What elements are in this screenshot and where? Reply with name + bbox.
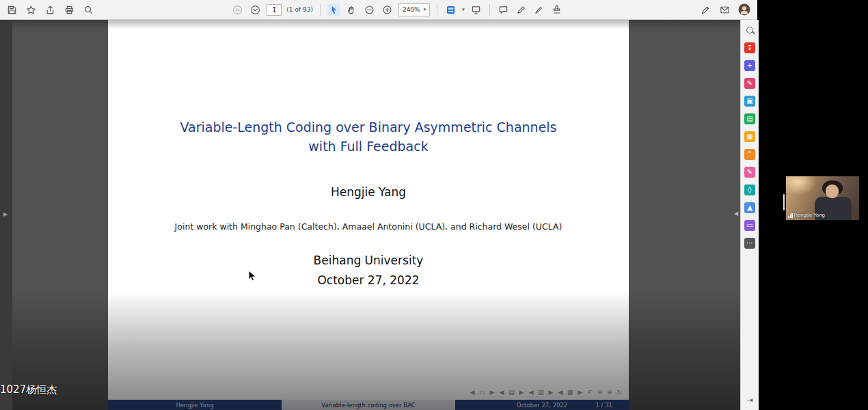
share-icon[interactable] bbox=[44, 3, 57, 16]
mouse-cursor bbox=[248, 270, 257, 285]
highlight-icon[interactable] bbox=[515, 3, 528, 16]
pdf-page: Variable-Length Coding over Binary Asymm… bbox=[108, 20, 629, 410]
organize-icon[interactable]: ▭ bbox=[744, 220, 755, 231]
left-nav-pane-collapsed: ▶ bbox=[0, 20, 12, 410]
star-icon[interactable] bbox=[25, 3, 38, 16]
comment-icon[interactable] bbox=[497, 3, 510, 16]
slide-footer: Hengjie Yang Variable-length coding over… bbox=[108, 400, 629, 410]
person-face bbox=[826, 184, 839, 198]
signal-bars-icon bbox=[788, 213, 793, 218]
toolbar-separator bbox=[489, 4, 490, 16]
edit-pdf-icon[interactable]: ✎ bbox=[744, 78, 755, 89]
toolbar-right-group bbox=[699, 3, 757, 16]
participant-name-overlay: 1027杨恒杰 bbox=[0, 383, 57, 396]
slide-joint-work: Joint work with Minghao Pan (Caltech), A… bbox=[108, 221, 629, 232]
chevron-down-icon: ▾ bbox=[424, 7, 426, 12]
export-excel-icon[interactable]: ▤ bbox=[744, 113, 755, 124]
toolbar-separator bbox=[320, 4, 321, 16]
pdf-toolbar: (1 of 93) 240% ▾ ▾ bbox=[0, 0, 757, 20]
footer-page-number: 1 / 31 bbox=[596, 402, 613, 409]
expand-panel-icon[interactable]: ⇥ bbox=[741, 396, 759, 405]
webcam-name-label: Hengjie Yang bbox=[788, 213, 825, 218]
comment-icon[interactable]: “ bbox=[744, 149, 755, 160]
video-panel-scrollbar[interactable] bbox=[783, 194, 785, 210]
slide-author: Hengjie Yang bbox=[108, 184, 629, 200]
page-count-label: (1 of 93) bbox=[286, 6, 313, 13]
combine-files-icon[interactable]: ▣ bbox=[744, 96, 755, 107]
organize-pages-icon[interactable]: ▦ bbox=[744, 131, 755, 142]
fill-sign-icon[interactable]: ✎ bbox=[744, 167, 755, 178]
hand-tool-icon[interactable] bbox=[345, 3, 358, 16]
zoom-in-icon[interactable] bbox=[381, 3, 394, 16]
toolbar-separator bbox=[437, 4, 437, 16]
webcam-name-text: Hengjie Yang bbox=[794, 213, 825, 218]
right-tools-panel: ↧+✎▣▤▦“✎◊▲▭⋯⇥ bbox=[740, 20, 759, 410]
footer-title: Variable-length coding over BAC bbox=[282, 400, 455, 410]
compress-icon[interactable]: ◊ bbox=[744, 184, 755, 195]
presentation-icon[interactable] bbox=[470, 3, 483, 16]
slide-title: Variable-Length Coding over Binary Asymm… bbox=[108, 118, 629, 156]
print-icon[interactable] bbox=[63, 3, 76, 16]
document-area: Variable-Length Coding over Binary Asymm… bbox=[12, 20, 740, 410]
search-icon[interactable] bbox=[82, 3, 95, 16]
chevron-down-icon[interactable]: ▾ bbox=[462, 7, 465, 12]
stamp-icon[interactable] bbox=[550, 3, 563, 16]
slide-institution: Beihang University bbox=[108, 252, 629, 269]
footer-author: Hengjie Yang bbox=[108, 400, 282, 410]
create-pdf-icon[interactable]: + bbox=[744, 60, 755, 71]
save-icon[interactable] bbox=[5, 3, 18, 16]
signature-icon[interactable] bbox=[699, 3, 712, 16]
next-page-icon[interactable] bbox=[249, 3, 262, 16]
webcam-thumbnail[interactable]: Hengjie Yang bbox=[786, 176, 859, 220]
zoom-out-icon[interactable] bbox=[363, 3, 376, 16]
toolbar-left-group bbox=[0, 3, 95, 16]
collapse-right-panel-handle[interactable]: ◀ bbox=[734, 210, 738, 217]
prev-page-icon[interactable] bbox=[231, 3, 244, 16]
expand-left-pane-handle[interactable]: ▶ bbox=[3, 211, 8, 217]
zoom-level-value: 240% bbox=[403, 6, 420, 13]
lamp-glow bbox=[786, 176, 817, 195]
slide-title-line1: Variable-Length Coding over Binary Asymm… bbox=[108, 118, 629, 137]
select-tool-icon[interactable] bbox=[327, 3, 340, 16]
beamer-nav-symbols[interactable]: ◀ ▭ ▶ ◀ ▤ ▶ ◀ ▥ ▶ ◀ ▦ ▶ ↶ ⊖ ⊕ ↻ bbox=[470, 389, 623, 396]
sign-icon[interactable] bbox=[532, 3, 545, 16]
footer-date-page: October 27, 2022 1 / 31 bbox=[455, 400, 629, 410]
profile-avatar[interactable] bbox=[737, 3, 750, 16]
slide-date: October 27, 2022 bbox=[108, 272, 629, 288]
page-number-input[interactable] bbox=[267, 4, 282, 16]
footer-date: October 27, 2022 bbox=[517, 402, 568, 409]
email-icon[interactable] bbox=[718, 3, 731, 16]
toolbar-center-group: (1 of 93) 240% ▾ ▾ bbox=[231, 3, 562, 16]
zoom-level-select[interactable]: 240% ▾ bbox=[398, 3, 430, 16]
more-tools-icon[interactable]: ⋯ bbox=[744, 238, 755, 249]
find-icon[interactable] bbox=[744, 25, 755, 36]
slide-title-line2: with Full Feedback bbox=[108, 137, 629, 156]
page-display-icon[interactable] bbox=[444, 3, 457, 16]
export-pdf-icon[interactable]: ↧ bbox=[744, 42, 755, 53]
protect-icon[interactable]: ▲ bbox=[744, 202, 755, 213]
